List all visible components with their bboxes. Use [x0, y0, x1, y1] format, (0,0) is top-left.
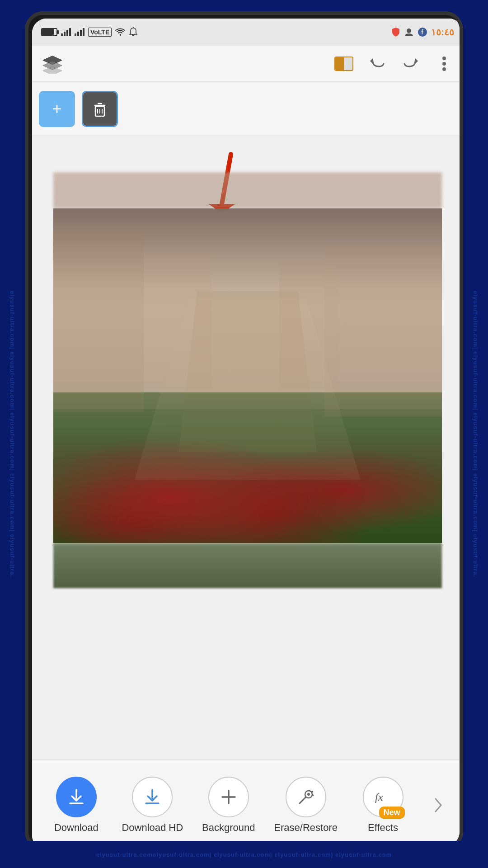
download-hd-circle [132, 777, 173, 817]
layers-panel: + [32, 82, 463, 136]
svg-point-1 [407, 28, 411, 33]
background-label: Background [202, 822, 255, 834]
battery-icon [41, 28, 57, 36]
delete-layer-icon [91, 100, 109, 118]
more-options-button[interactable] [434, 54, 454, 74]
tool-effects[interactable]: fx New Effects [354, 777, 413, 834]
watermark-bottom: elyusuf-ultra.comelyusuf-ultra.com| elyu… [0, 841, 488, 868]
photo-main [53, 208, 442, 543]
download-icon [66, 787, 86, 807]
redo-icon [403, 56, 419, 72]
time-display: ١٥:٤٥ [431, 27, 454, 38]
effects-icon: fx [373, 787, 393, 807]
new-badge: New [379, 807, 405, 819]
notification-icon [129, 27, 138, 37]
svg-point-34 [309, 790, 310, 791]
app-toolbar [32, 46, 463, 82]
download-circle [56, 777, 97, 817]
erase-restore-label: Erase/Restore [274, 822, 338, 834]
svg-point-31 [307, 793, 310, 796]
status-icons-right: f ١٥:٤٥ [391, 27, 454, 38]
svg-point-33 [312, 794, 314, 796]
chevron-right-icon [433, 797, 444, 813]
bottom-toolbar: Download Download HD [32, 760, 463, 850]
facebook-icon: f [418, 27, 427, 37]
tool-download[interactable]: Download [47, 777, 106, 834]
signal-bars-1 [61, 28, 71, 36]
svg-line-30 [300, 797, 306, 803]
undo-button[interactable] [367, 54, 387, 74]
status-icons-left: VoLTE [41, 27, 138, 37]
photo-overlay [53, 208, 442, 543]
tool-background[interactable]: Background [199, 777, 258, 834]
phone-screen: VoLTE [32, 19, 463, 850]
layer-thumb-inner [83, 92, 117, 126]
erase-circle [286, 777, 326, 817]
effects-label: Effects [368, 822, 398, 834]
toolbar-right [334, 54, 454, 74]
svg-point-9 [442, 67, 446, 71]
layers-button[interactable] [41, 52, 64, 75]
canvas-area [32, 136, 463, 760]
svg-point-8 [442, 62, 446, 66]
effects-circle: fx New [363, 777, 404, 817]
watermark-text-bottom: elyusuf-ultra.comelyusuf-ultra.com| elyu… [96, 851, 392, 858]
add-layer-button[interactable]: + [39, 91, 75, 127]
tool-erase-restore[interactable]: Erase/Restore [274, 777, 338, 834]
toolbar-left [41, 52, 64, 75]
signal-bars-2 [75, 28, 84, 36]
watermark-left: elyusuf-ultra.com| elyusuf-ultra.com| el… [0, 0, 25, 868]
add-layer-icon: + [52, 99, 61, 118]
tool-download-hd[interactable]: Download HD [122, 777, 183, 834]
watermark-right: elyusuf-ultra.com| elyusuf-ultra.com| el… [463, 0, 488, 868]
photo-blur-bottom [53, 543, 442, 588]
svg-rect-20 [324, 245, 442, 416]
download-hd-icon [142, 787, 162, 807]
wifi-icon [115, 28, 125, 36]
layer-thumbnail-1[interactable] [82, 91, 118, 127]
svg-point-7 [442, 57, 446, 60]
edited-image [53, 172, 442, 588]
compare-button[interactable] [334, 54, 354, 74]
erase-icon [296, 787, 316, 807]
undo-icon [369, 56, 385, 72]
svg-rect-19 [53, 231, 144, 412]
status-bar: VoLTE [32, 19, 463, 46]
background-circle [208, 777, 249, 817]
download-hd-label: Download HD [122, 822, 183, 834]
photo-blur-top [53, 172, 442, 208]
layers-icon [41, 54, 64, 74]
watermark-text-right: elyusuf-ultra.com| elyusuf-ultra.com| el… [472, 291, 479, 577]
redo-button[interactable] [401, 54, 421, 74]
volte-badge: VoLTE [88, 28, 112, 37]
svg-text:f: f [421, 28, 423, 36]
phone-frame: VoLTE [25, 11, 463, 850]
svg-marker-6 [43, 66, 62, 73]
svg-point-32 [311, 791, 313, 793]
shield-icon [391, 27, 400, 37]
download-label: Download [54, 822, 99, 834]
background-icon [219, 787, 239, 807]
svg-text:fx: fx [375, 791, 383, 803]
nav-arrow-right[interactable] [428, 795, 448, 815]
account-icon [404, 27, 414, 37]
watermark-text-left: elyusuf-ultra.com| elyusuf-ultra.com| el… [9, 291, 16, 577]
more-icon [442, 56, 446, 72]
